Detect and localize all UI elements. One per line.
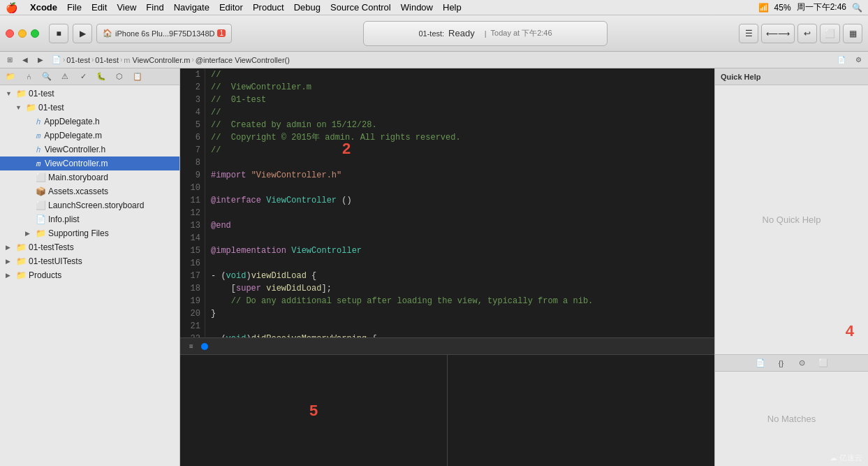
qh-bracket-icon[interactable]: {} <box>774 357 789 370</box>
navigator-toggle[interactable]: ↩ <box>797 24 817 43</box>
traffic-lights <box>6 29 39 38</box>
maximize-button[interactable] <box>31 29 39 38</box>
breadcrumb-file[interactable]: m ViewController.m <box>124 56 190 64</box>
breadcrumb: 📄 › 01-test › 01-test › m ViewController… <box>52 55 290 64</box>
main-layout: 📁 ⑃ 🔍 ⚠ ✓ 🐛 ⬡ 📋 ▼ 📁 01-test ▼ 📁 01-test <box>0 68 868 466</box>
qh-box-icon[interactable]: ⬜ <box>816 357 831 370</box>
nav-next[interactable]: ▶ <box>34 54 47 66</box>
line-numbers: 12345 678910 1112131415 1617181920 21222… <box>180 68 205 337</box>
menu-file[interactable]: File <box>67 2 82 13</box>
menu-source-control[interactable]: Source Control <box>330 2 391 13</box>
breadcrumb-folder[interactable]: 01-test <box>95 56 119 64</box>
header-file-icon: h <box>36 145 41 154</box>
settings-icon[interactable]: ⚙ <box>851 54 865 66</box>
sidebar-item-label: Assets.xcassets <box>48 187 108 196</box>
search-icon[interactable]: 🔍 <box>852 3 862 13</box>
stop-button[interactable]: ■ <box>49 24 68 43</box>
sidebar-item-appdelegate-m[interactable]: m AppDelegate.m <box>0 129 179 143</box>
apple-menu[interactable]: 🍎 <box>6 2 17 13</box>
sidebar-item-appdelegate-h[interactable]: h AppDelegate.h <box>0 115 179 129</box>
sidebar-item-main-storyboard[interactable]: ⬜ Main.storyboard <box>0 170 179 184</box>
status-center: 01-test: Ready | Today at 下午2:46 <box>236 21 735 46</box>
debug-dot <box>201 343 208 350</box>
plist-icon: 📄 <box>36 214 46 224</box>
qh-file-icon[interactable]: 📄 <box>753 357 768 370</box>
sidebar-item-label: 01-test <box>29 89 54 99</box>
breadcrumb-project[interactable]: 01-test <box>66 56 90 64</box>
sidebar-item-assets[interactable]: 📦 Assets.xcassets <box>0 184 179 198</box>
sidebar-item-label: AppDelegate.m <box>43 131 102 140</box>
sidebar-test-icon[interactable]: ✓ <box>75 71 91 83</box>
annotation-4: 4 <box>846 322 854 340</box>
close-button[interactable] <box>6 29 14 38</box>
expand-icon: ▼ <box>15 104 24 111</box>
panel-layout-btn[interactable]: ⬜ <box>820 24 840 43</box>
scheme-label: iPhone 6s Plu...9F75D1348D <box>115 29 214 38</box>
sidebar-item-label: ViewController.h <box>43 145 106 154</box>
menu-editor[interactable]: Editor <box>219 2 243 13</box>
menu-view[interactable]: View <box>117 2 136 13</box>
menu-help[interactable]: Help <box>443 2 462 13</box>
code-editor[interactable]: 12345 678910 1112131415 1617181920 21222… <box>180 68 714 337</box>
menu-xcode[interactable]: Xcode <box>30 2 57 13</box>
sidebar-item-01test-group[interactable]: ▼ 📁 01-test <box>0 101 179 115</box>
menu-navigate[interactable]: Navigate <box>174 2 209 13</box>
sidebar-vcs-icon[interactable]: ⑃ <box>21 71 36 83</box>
datetime: 周一下午2:46 <box>797 1 846 13</box>
sidebar-item-viewcontroller-m[interactable]: m ViewController.m <box>0 156 179 170</box>
menu-debug[interactable]: Debug <box>294 2 321 13</box>
sidebar-toggle-left[interactable]: ☰ <box>739 24 758 43</box>
sidebar-icon[interactable]: ⊞ <box>3 54 17 66</box>
sidebar-report-icon[interactable]: 📋 <box>130 71 145 83</box>
quick-help-toolbar: 📄 {} ⊙ ⬜ <box>715 354 868 371</box>
console-toggle[interactable]: ≡ <box>184 341 198 352</box>
status-indicator: 01-test: Ready | Today at 下午2:46 <box>363 21 608 46</box>
sidebar-find-icon[interactable]: 🔍 <box>39 71 54 83</box>
sidebar-item-supporting-files[interactable]: ▶ 📁 Supporting Files 3 <box>0 226 179 240</box>
expand-icon: ▶ <box>6 244 14 251</box>
no-matches-text: No Matches <box>767 414 816 424</box>
wifi-icon: 📶 <box>758 3 769 13</box>
menu-window[interactable]: Window <box>401 2 433 13</box>
sidebar-toolbar: 📁 ⑃ 🔍 ⚠ ✓ 🐛 ⬡ 📋 <box>0 68 179 85</box>
run-button[interactable]: ▶ <box>73 24 92 43</box>
scheme-selector[interactable]: 🏠 iPhone 6s Plu...9F75D1348D 1 <box>96 24 232 43</box>
sidebar-item-launch-storyboard[interactable]: ⬜ LaunchScreen.storyboard <box>0 198 179 212</box>
menu-product[interactable]: Product <box>253 2 284 13</box>
sidebar-item-uitests[interactable]: ▶ 📁 01-testUITests <box>0 254 179 268</box>
sidebar-item-01test-root[interactable]: ▼ 📁 01-test <box>0 87 179 101</box>
sidebar-item-label: Main.storyboard <box>48 173 108 182</box>
menu-find[interactable]: Find <box>146 2 163 13</box>
folder-icon: 📁 <box>36 228 46 238</box>
sidebar-item-products[interactable]: ▶ 📁 Products <box>0 268 179 282</box>
sidebar-item-tests[interactable]: ▶ 📁 01-testTests <box>0 240 179 254</box>
menu-edit[interactable]: Edit <box>91 2 107 13</box>
qh-circle-icon[interactable]: ⊙ <box>795 357 810 370</box>
new-file-icon[interactable]: 📄 <box>834 54 848 66</box>
breadcrumb-symbol[interactable]: @interface ViewController() <box>196 56 290 64</box>
sidebar-item-label: Products <box>29 270 61 280</box>
bottom-section: ≡ 5 <box>180 337 714 466</box>
breadcrumb-root[interactable]: 📄 <box>52 55 61 64</box>
folder-icon: 📁 <box>16 256 27 266</box>
header-file-icon: h <box>36 117 41 126</box>
nav-bar: ⊞ ◀ ▶ 📄 › 01-test › 01-test › m ViewCont… <box>0 52 868 68</box>
sidebar-folder-icon[interactable]: 📁 <box>3 71 18 83</box>
sidebar-breakpoint-icon[interactable]: ⬡ <box>112 71 127 83</box>
sidebar-warning-icon[interactable]: ⚠ <box>57 71 73 83</box>
minimize-button[interactable] <box>18 29 27 38</box>
code-review-btn[interactable]: ⟵⟶ <box>761 24 795 43</box>
sidebar-item-viewcontroller-h[interactable]: h ViewController.h <box>0 143 179 156</box>
source-file-icon: m <box>36 159 41 168</box>
storyboard-icon: ⬜ <box>36 173 46 182</box>
code-content[interactable]: // // ViewController.m // 01-test // // … <box>205 68 714 337</box>
quick-help-body: No Quick Help 4 <box>715 85 868 354</box>
editor-area: 12345 678910 1112131415 1617181920 21222… <box>180 68 714 466</box>
nav-prev[interactable]: ◀ <box>18 54 32 66</box>
bottom-right-panel <box>448 355 714 466</box>
sidebar-item-info-plist[interactable]: 📄 Info.plist <box>0 212 179 226</box>
sidebar-debug-icon[interactable]: 🐛 <box>94 71 109 83</box>
expand-icon: ▶ <box>25 230 34 237</box>
scheme-icon: 🏠 <box>103 29 112 38</box>
inspector-toggle[interactable]: ▦ <box>843 24 862 43</box>
